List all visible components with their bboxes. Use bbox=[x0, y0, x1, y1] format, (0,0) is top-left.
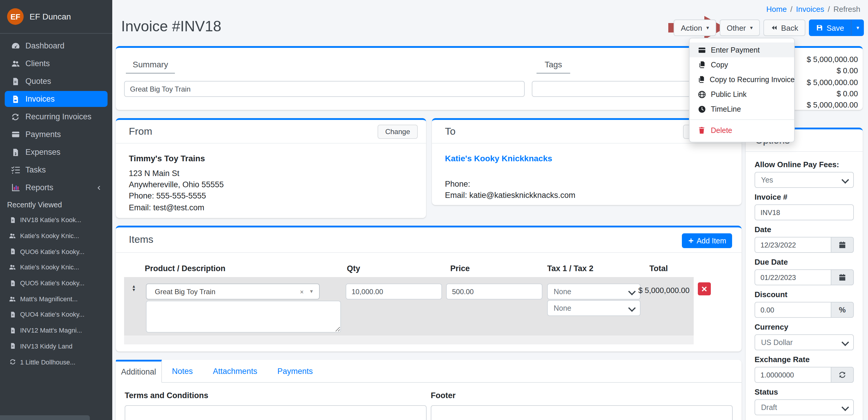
sidebar-item-invoices[interactable]: Invoices bbox=[5, 91, 107, 107]
field-label: Currency bbox=[754, 323, 854, 332]
save-button[interactable]: Save bbox=[809, 20, 851, 36]
back-button[interactable]: Back bbox=[764, 20, 805, 36]
clear-icon[interactable]: × bbox=[300, 288, 304, 295]
item-description-textarea[interactable] bbox=[146, 301, 341, 332]
exchange-rate-input[interactable] bbox=[754, 367, 831, 383]
total-paid: $ 0.00 bbox=[807, 88, 858, 100]
menu-item-copy-to-recurring[interactable]: Copy to Recurring Invoice bbox=[689, 72, 794, 87]
sidebar: EF EF Duncan Dashboard Clients Quotes In… bbox=[0, 0, 112, 420]
product-select[interactable]: Great Big Toy Train × ▼ bbox=[146, 284, 320, 299]
tab-additional[interactable]: Additional bbox=[116, 360, 162, 383]
globe-icon bbox=[697, 90, 706, 98]
sidebar-item-payments[interactable]: Payments bbox=[5, 126, 107, 142]
brand[interactable]: EF EF Duncan bbox=[0, 0, 112, 34]
menu-divider bbox=[689, 119, 794, 120]
drag-handle-icon[interactable]: ▲▼ bbox=[132, 285, 136, 291]
sidebar-item-expenses[interactable]: Expenses bbox=[5, 144, 107, 160]
terms-textarea[interactable] bbox=[125, 405, 427, 420]
client-name-link[interactable]: Katie's Kooky Knickknacks bbox=[445, 154, 728, 163]
recent-item[interactable]: Katie's Kooky Knic... bbox=[0, 259, 112, 275]
menu-item-public-link[interactable]: Public Link bbox=[689, 87, 794, 102]
menu-item-delete[interactable]: Delete bbox=[689, 123, 794, 138]
sidebar-item-quotes[interactable]: Quotes bbox=[5, 73, 107, 89]
select-value: Yes bbox=[761, 176, 773, 184]
tab-bar: Additional Notes Attachments Payments bbox=[116, 360, 742, 383]
other-button-label: Other bbox=[727, 23, 746, 32]
sidebar-item-label: Expenses bbox=[25, 148, 61, 157]
menu-item-copy[interactable]: Copy bbox=[689, 57, 794, 72]
delete-row-button[interactable]: ✕ bbox=[698, 282, 711, 295]
menu-item-timeline[interactable]: TimeLine bbox=[689, 102, 794, 117]
recent-item[interactable]: QUO5 Katie's Kooky... bbox=[0, 275, 112, 291]
field-exchange-rate: Exchange Rate bbox=[754, 355, 854, 383]
caret-down-icon: ▾ bbox=[750, 25, 753, 30]
tab-payments[interactable]: Payments bbox=[267, 360, 323, 382]
recent-item[interactable]: 1 Little Dollhouse... bbox=[0, 354, 112, 369]
breadcrumb-invoices-link[interactable]: Invoices bbox=[796, 5, 824, 13]
tax1-select[interactable]: None bbox=[547, 284, 641, 299]
calendar-icon[interactable] bbox=[831, 237, 854, 253]
clock-icon bbox=[697, 105, 706, 113]
recent-item[interactable]: QUO4 Katie's Kooky... bbox=[0, 306, 112, 322]
date-input[interactable] bbox=[754, 237, 831, 253]
price-input[interactable] bbox=[446, 284, 542, 299]
sync-icon bbox=[11, 112, 20, 121]
invoice-number-input[interactable] bbox=[754, 204, 854, 220]
sync-icon[interactable] bbox=[831, 367, 854, 383]
save-dropdown-button[interactable]: ▾ bbox=[851, 20, 864, 36]
due-date-input[interactable] bbox=[754, 269, 831, 285]
total-balance: $ 5,000,000.00 bbox=[807, 99, 858, 111]
tab-attachments[interactable]: Attachments bbox=[203, 360, 267, 382]
menu-item-label: Public Link bbox=[711, 90, 747, 98]
add-item-button[interactable]: Add Item bbox=[682, 233, 732, 248]
from-change-button[interactable]: Change bbox=[378, 124, 418, 138]
tasks-icon bbox=[11, 165, 20, 174]
total-discount: $ 0.00 bbox=[807, 65, 858, 77]
tax2-select[interactable]: None bbox=[547, 300, 641, 316]
sidebar-item-reports[interactable]: Reports bbox=[5, 180, 107, 196]
caret-down-icon: ▾ bbox=[706, 25, 709, 30]
file-icon bbox=[9, 248, 16, 255]
percent-icon[interactable]: % bbox=[831, 302, 854, 318]
menu-item-enter-payment[interactable]: Enter Payment bbox=[689, 42, 794, 57]
recent-item[interactable]: INV18 Katie's Kook... bbox=[0, 212, 112, 228]
sidebar-item-recurring-invoices[interactable]: Recurring Invoices bbox=[5, 109, 107, 125]
recent-item[interactable]: INV13 Kiddy Land bbox=[0, 338, 112, 354]
action-button[interactable]: Action ▾ bbox=[674, 20, 716, 36]
recent-item[interactable]: INV12 Matt's Magni... bbox=[0, 323, 112, 338]
discount-input[interactable] bbox=[754, 302, 831, 318]
sidebar-item-clients[interactable]: Clients bbox=[5, 56, 107, 71]
page-title: Invoice #INV18 bbox=[121, 18, 221, 35]
breadcrumb-separator: / bbox=[828, 5, 830, 13]
breadcrumb-home-link[interactable]: Home bbox=[766, 5, 787, 13]
recent-item[interactable]: QUO6 Katie's Kooky... bbox=[0, 244, 112, 259]
from-email: Email: test@test.com bbox=[129, 202, 413, 213]
sidebar-item-dashboard[interactable]: Dashboard bbox=[5, 38, 107, 54]
fast-backward-icon bbox=[771, 24, 778, 31]
qty-input[interactable] bbox=[346, 284, 442, 299]
users-icon bbox=[9, 232, 16, 239]
recent-item-label: 1 Little Dollhouse... bbox=[20, 358, 75, 365]
file-icon bbox=[9, 217, 16, 223]
credit-card-icon bbox=[11, 130, 20, 139]
tab-notes[interactable]: Notes bbox=[162, 360, 203, 382]
breadcrumb-separator: / bbox=[790, 5, 793, 13]
recent-item[interactable]: Matt's Magnificent... bbox=[0, 291, 112, 306]
line-total: $ 5,000,000.00 bbox=[639, 286, 690, 295]
currency-select[interactable]: US Dollar bbox=[754, 334, 854, 350]
sidebar-item-label: Payments bbox=[25, 130, 61, 139]
footer-textarea[interactable] bbox=[431, 405, 733, 420]
chevron-left-icon bbox=[96, 185, 102, 191]
column-header-price: Price bbox=[450, 264, 470, 273]
other-button[interactable]: Other ▾ bbox=[720, 20, 760, 36]
summary-input[interactable] bbox=[124, 81, 525, 97]
select-value: US Dollar bbox=[761, 338, 793, 347]
sidebar-item-tasks[interactable]: Tasks bbox=[5, 162, 107, 178]
status-select[interactable]: Draft bbox=[754, 399, 854, 415]
calendar-icon[interactable] bbox=[831, 269, 854, 285]
recent-item[interactable]: Katie's Kooky Knic... bbox=[0, 228, 112, 244]
allow-online-pay-fees-select[interactable]: Yes bbox=[754, 172, 854, 188]
link-preview-tooltip bbox=[0, 415, 90, 420]
items-card-title: Items bbox=[129, 234, 153, 246]
recent-item-label: QUO5 Katie's Kooky... bbox=[20, 280, 85, 287]
